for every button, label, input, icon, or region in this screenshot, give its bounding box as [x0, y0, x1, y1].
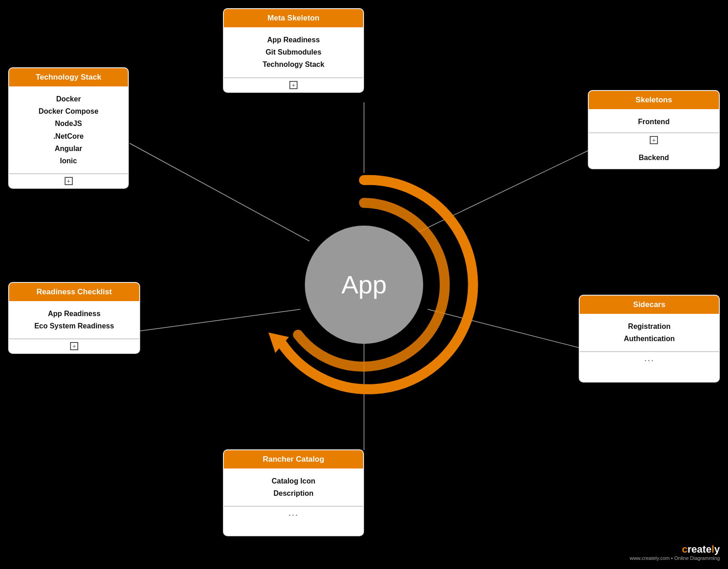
card-skeletons-divider1: +	[589, 132, 719, 147]
card-technology-stack-header: Technology Stack	[9, 68, 128, 86]
card-readiness-checklist: Readiness Checklist App ReadinessEco Sys…	[8, 282, 140, 354]
dots-icon-rancher: ···	[288, 509, 299, 519]
card-skeletons-backend: Backend	[589, 147, 719, 168]
center-label: App	[341, 270, 387, 299]
card-sidecars: Sidecars RegistrationAuthentication ···	[579, 295, 720, 383]
svg-line-4	[428, 309, 589, 350]
plus-icon-skel: +	[650, 136, 658, 144]
plus-icon: +	[289, 81, 298, 89]
card-sidecars-footer: ···	[580, 351, 719, 368]
card-meta-skeleton-body: App ReadinessGit SubmodulesTechnology St…	[224, 27, 363, 77]
watermark-logo: creately	[630, 544, 720, 555]
card-rancher-catalog-footer: ···	[224, 506, 363, 523]
card-readiness-checklist-body: App ReadinessEco System Readiness	[9, 301, 139, 338]
card-sidecars-body: RegistrationAuthentication	[580, 314, 719, 351]
svg-marker-6	[268, 332, 289, 353]
dots-icon-sidecars: ···	[644, 355, 655, 365]
card-technology-stack: Technology Stack DockerDocker ComposeNod…	[8, 67, 129, 189]
card-sidecars-bottom	[580, 368, 719, 382]
card-meta-skeleton-footer: +	[224, 77, 363, 92]
card-skeletons: Skeletons Frontend + Backend	[588, 90, 720, 169]
card-sidecars-header: Sidecars	[580, 296, 719, 314]
card-meta-skeleton: Meta Skeleton App ReadinessGit Submodule…	[223, 8, 364, 93]
card-readiness-checklist-header: Readiness Checklist	[9, 283, 139, 301]
watermark: creately www.creately.com • Online Diagr…	[630, 544, 720, 561]
plus-icon-tech: +	[65, 177, 73, 185]
watermark-sub: www.creately.com • Online Diagramming	[630, 555, 720, 561]
card-meta-skeleton-header: Meta Skeleton	[224, 9, 363, 27]
plus-icon-ready: +	[70, 342, 78, 350]
card-technology-stack-footer: +	[9, 173, 128, 188]
center-circle: App	[305, 226, 423, 344]
svg-line-3	[132, 309, 300, 332]
card-rancher-catalog-body: Catalog IconDescription	[224, 468, 363, 506]
card-skeletons-header: Skeletons	[589, 91, 719, 109]
card-technology-stack-body: DockerDocker ComposeNodeJS.NetCoreAngula…	[9, 86, 128, 173]
card-readiness-checklist-footer: +	[9, 338, 139, 353]
card-skeletons-frontend: Frontend	[589, 109, 719, 132]
svg-line-1	[130, 143, 309, 241]
card-rancher-catalog-bottom	[224, 523, 363, 535]
card-rancher-catalog-header: Rancher Catalog	[224, 450, 363, 468]
svg-line-2	[419, 150, 589, 232]
diagram-container: App Meta Skeleton App ReadinessGit Submo…	[0, 0, 728, 569]
card-rancher-catalog: Rancher Catalog Catalog IconDescription …	[223, 449, 364, 536]
